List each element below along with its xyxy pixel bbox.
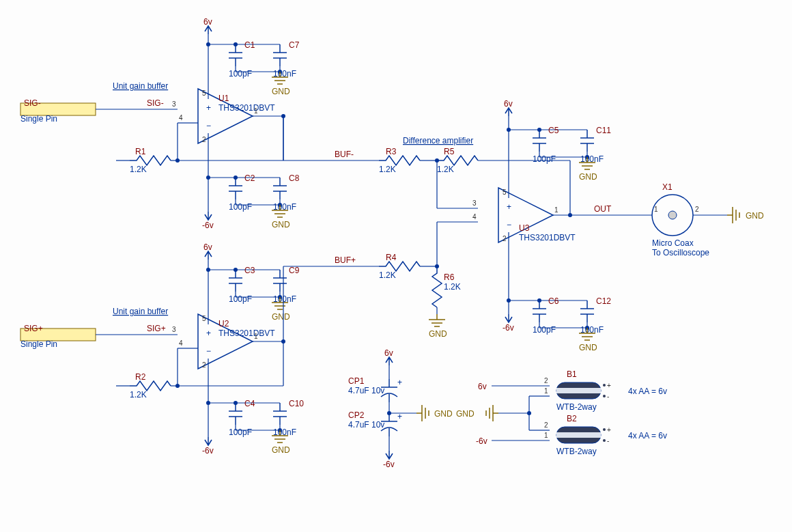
gnd-label-batt: GND <box>456 409 475 419</box>
gnd-label-4: GND <box>272 445 290 455</box>
buffer2-title: Unit gain buffer <box>113 307 168 316</box>
c2-name: C2 <box>244 173 255 183</box>
r2-name: R2 <box>135 372 146 382</box>
c2-val: 100pF <box>229 202 252 212</box>
net-m6v-u2: -6v <box>202 446 214 456</box>
c10-name: C10 <box>289 399 304 408</box>
c4-val: 100pF <box>229 428 252 437</box>
cap-c9 <box>273 270 287 292</box>
r3-name: R3 <box>386 147 397 156</box>
svg-point-84 <box>234 268 238 272</box>
c1-name: C1 <box>244 40 255 50</box>
cap-c4 <box>229 403 242 425</box>
cap-c6 <box>533 300 546 322</box>
net-sig-minus: SIG- <box>147 98 164 108</box>
svg-point-49 <box>234 42 238 46</box>
svg-text:2: 2 <box>202 136 206 143</box>
cap-c10 <box>273 403 287 425</box>
r2-val: 1.2K <box>130 390 147 400</box>
svg-text:1: 1 <box>254 333 258 340</box>
svg-text:1: 1 <box>254 107 258 115</box>
section-batteries: 6v 2 GND 1 2 -6v 1 B1 WTB-2way 4x AA = 6… <box>456 369 667 456</box>
r6-val: 1.2K <box>444 282 461 292</box>
cap-c11 <box>580 130 594 152</box>
net-6v-b: 6v <box>478 382 487 391</box>
net-6v-u3: 6v <box>504 99 513 109</box>
svg-text:2: 2 <box>544 421 548 429</box>
section-bulk-caps: 6v + CP1 4.7uF 10v GND + CP2 4.7uF 10v -… <box>348 348 453 469</box>
svg-point-57 <box>234 176 238 180</box>
c8-name: C8 <box>289 173 300 183</box>
c7-name: C7 <box>289 40 300 50</box>
c9-name: C9 <box>289 266 300 275</box>
svg-point-122 <box>537 128 541 132</box>
r4-name: R4 <box>386 253 397 262</box>
svg-point-79 <box>175 384 180 388</box>
svg-text:4: 4 <box>179 339 183 347</box>
gnd-label-out: GND <box>746 211 764 221</box>
section-buffer-1: Unit gain buffer SIG- Single Pin SIG- 3 … <box>20 17 379 230</box>
r5-val: 1.2K <box>437 165 454 174</box>
svg-point-92 <box>234 401 238 405</box>
diff-title: Difference amplifier <box>403 136 473 145</box>
svg-text:3: 3 <box>172 100 176 108</box>
cp2-name: CP2 <box>348 410 365 420</box>
r1-val: 1.2K <box>130 165 147 174</box>
b1-name: B1 <box>567 369 577 379</box>
net-out: OUT <box>594 204 612 214</box>
svg-text:+: + <box>397 412 402 421</box>
port-sig-plus-label: Single Pin <box>20 339 57 349</box>
cp1-val: 4.7uF 10v <box>348 386 384 395</box>
c12-name: C12 <box>596 296 611 306</box>
b2-val: WTB-2way <box>556 447 597 456</box>
svg-point-136 <box>668 211 677 219</box>
svg-text:2: 2 <box>202 361 206 369</box>
c3-name: C3 <box>244 266 255 275</box>
b2-note: 4x AA = 6v <box>628 431 667 440</box>
cap-c1 <box>229 44 242 66</box>
cp1-name: CP1 <box>348 376 365 386</box>
svg-text:5: 5 <box>503 188 507 196</box>
gnd-label-6: GND <box>579 343 597 352</box>
gnd-label-r6: GND <box>429 329 447 339</box>
svg-text:+: + <box>397 378 402 387</box>
resistor-r6 <box>432 266 442 307</box>
net-m6v-u1: -6v <box>202 221 214 230</box>
svg-text:3: 3 <box>472 199 477 207</box>
gnd-label-2: GND <box>272 220 290 229</box>
u3-name: U3 <box>519 223 530 233</box>
net-buf-plus: BUF+ <box>335 255 356 265</box>
battery-b1 <box>556 382 611 400</box>
connector-x1: 1 2 GND X1 Micro Coax To Oscilloscope <box>652 182 764 257</box>
c11-name: C11 <box>596 126 611 135</box>
resistor-r3 <box>379 156 420 165</box>
svg-text:1: 1 <box>544 387 548 395</box>
r3-val: 1.2K <box>379 165 396 174</box>
gnd-x1 <box>727 207 739 223</box>
c4-name: C4 <box>244 399 255 408</box>
gnd-label-3: GND <box>272 312 290 322</box>
cap-c8 <box>273 178 287 199</box>
u2-name: U2 <box>218 319 229 328</box>
svg-text:1: 1 <box>554 206 558 214</box>
net-m6v-u3: -6v <box>503 323 514 333</box>
battery-b2 <box>556 426 611 445</box>
svg-text:5: 5 <box>202 89 206 97</box>
net-6v-u2: 6v <box>203 242 212 252</box>
gnd-label-1: GND <box>272 87 290 96</box>
u1-type: THS3201DBVT <box>218 103 275 113</box>
resistor-r2 <box>130 381 171 391</box>
x1-val2: To Oscilloscope <box>652 248 709 257</box>
net-6v-u1: 6v <box>203 17 212 27</box>
c6-name: C6 <box>548 296 559 306</box>
cap-c7 <box>273 44 287 66</box>
svg-text:4: 4 <box>472 213 477 221</box>
svg-point-44 <box>175 158 180 163</box>
net-6v-cp: 6v <box>384 348 393 358</box>
c5-val: 100pF <box>533 154 556 164</box>
net-sig-plus-port: SIG+ <box>24 324 43 333</box>
r1-name: R1 <box>135 147 146 156</box>
svg-text:2: 2 <box>503 235 507 242</box>
svg-point-151 <box>527 411 531 415</box>
svg-text:5: 5 <box>202 315 206 322</box>
